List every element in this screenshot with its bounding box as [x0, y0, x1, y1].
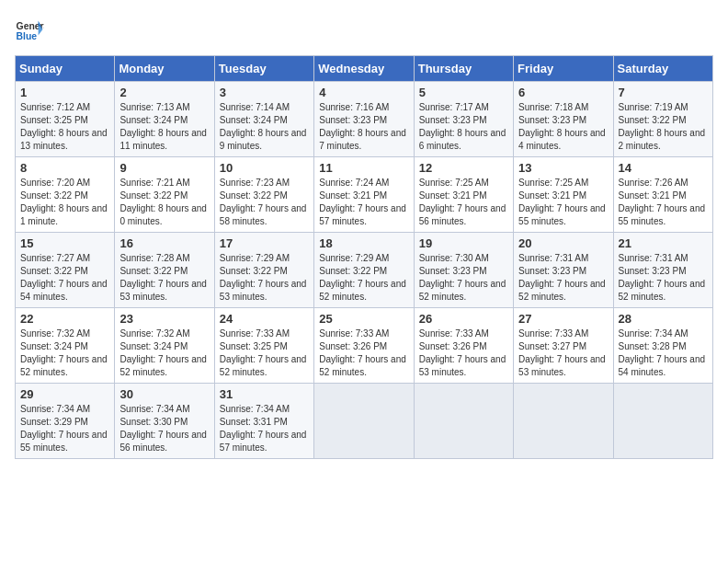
day-number: 31 — [220, 387, 309, 401]
calendar-day-cell — [514, 384, 613, 459]
day-info: Sunrise: 7:33 AM Sunset: 3:25 PM Dayligh… — [220, 327, 309, 379]
daylight-hours: Daylight: 7 hours and 53 minutes. — [518, 354, 606, 377]
sunrise-time: Sunrise: 7:25 AM — [419, 178, 489, 188]
daylight-hours: Daylight: 7 hours and 53 minutes. — [119, 279, 207, 302]
daylight-hours: Daylight: 7 hours and 52 minutes. — [619, 279, 706, 302]
sunrise-time: Sunrise: 7:33 AM — [419, 328, 489, 339]
sunset-time: Sunset: 3:22 PM — [319, 266, 387, 276]
sunrise-time: Sunrise: 7:25 AM — [518, 178, 588, 188]
sunrise-time: Sunrise: 7:29 AM — [220, 253, 290, 263]
sunrise-time: Sunrise: 7:34 AM — [20, 404, 90, 414]
day-number: 17 — [220, 236, 309, 250]
day-info: Sunrise: 7:26 AM Sunset: 3:21 PM Dayligh… — [619, 177, 708, 228]
daylight-hours: Daylight: 7 hours and 55 minutes. — [518, 203, 606, 226]
calendar-day-cell: 13 Sunrise: 7:25 AM Sunset: 3:21 PM Dayl… — [514, 157, 613, 233]
sunset-time: Sunset: 3:22 PM — [220, 190, 288, 201]
day-number: 19 — [419, 236, 508, 250]
day-number: 13 — [518, 161, 608, 175]
calendar-day-cell — [314, 384, 414, 459]
calendar-day-cell: 3 Sunrise: 7:14 AM Sunset: 3:24 PM Dayli… — [214, 82, 313, 157]
sunrise-time: Sunrise: 7:29 AM — [319, 253, 389, 263]
calendar-day-cell: 25 Sunrise: 7:33 AM Sunset: 3:26 PM Dayl… — [314, 308, 414, 384]
calendar-day-cell: 31 Sunrise: 7:34 AM Sunset: 3:31 PM Dayl… — [214, 384, 313, 459]
day-info: Sunrise: 7:28 AM Sunset: 3:22 PM Dayligh… — [119, 252, 209, 304]
sunrise-time: Sunrise: 7:17 AM — [419, 102, 489, 112]
day-number: 16 — [119, 236, 209, 250]
day-info: Sunrise: 7:17 AM Sunset: 3:23 PM Dayligh… — [419, 101, 508, 153]
day-number: 18 — [319, 236, 408, 250]
sunrise-time: Sunrise: 7:34 AM — [220, 404, 290, 414]
sunset-time: Sunset: 3:22 PM — [119, 190, 188, 201]
sunset-time: Sunset: 3:28 PM — [619, 341, 687, 351]
day-number: 14 — [619, 161, 708, 175]
calendar-day-cell: 22 Sunrise: 7:32 AM Sunset: 3:24 PM Dayl… — [16, 308, 115, 384]
daylight-hours: Daylight: 7 hours and 54 minutes. — [619, 354, 706, 377]
day-number: 9 — [119, 161, 209, 175]
sunset-time: Sunset: 3:25 PM — [20, 115, 88, 125]
sunset-time: Sunset: 3:21 PM — [518, 190, 586, 201]
sunrise-time: Sunrise: 7:28 AM — [119, 253, 189, 263]
day-number: 11 — [319, 161, 408, 175]
day-number: 5 — [419, 86, 508, 99]
calendar-day-cell: 7 Sunrise: 7:19 AM Sunset: 3:22 PM Dayli… — [613, 82, 712, 157]
sunset-time: Sunset: 3:21 PM — [419, 190, 487, 201]
daylight-hours: Daylight: 8 hours and 2 minutes. — [619, 128, 706, 151]
sunset-time: Sunset: 3:26 PM — [319, 341, 387, 351]
sunrise-time: Sunrise: 7:26 AM — [619, 178, 688, 188]
day-number: 1 — [20, 86, 109, 99]
sunset-time: Sunset: 3:22 PM — [20, 266, 88, 276]
day-number: 30 — [119, 387, 209, 401]
sunrise-time: Sunrise: 7:23 AM — [220, 178, 290, 188]
calendar-day-cell: 30 Sunrise: 7:34 AM Sunset: 3:30 PM Dayl… — [115, 384, 214, 459]
daylight-hours: Daylight: 7 hours and 52 minutes. — [20, 354, 108, 377]
daylight-hours: Daylight: 7 hours and 57 minutes. — [220, 430, 307, 453]
day-info: Sunrise: 7:33 AM Sunset: 3:27 PM Dayligh… — [518, 327, 608, 379]
day-info: Sunrise: 7:14 AM Sunset: 3:24 PM Dayligh… — [220, 101, 309, 153]
calendar-day-cell: 16 Sunrise: 7:28 AM Sunset: 3:22 PM Dayl… — [115, 233, 214, 308]
daylight-hours: Daylight: 7 hours and 52 minutes. — [319, 354, 406, 377]
day-info: Sunrise: 7:19 AM Sunset: 3:22 PM Dayligh… — [619, 101, 708, 153]
sunset-time: Sunset: 3:23 PM — [419, 115, 487, 125]
day-info: Sunrise: 7:24 AM Sunset: 3:21 PM Dayligh… — [319, 177, 408, 228]
daylight-hours: Daylight: 7 hours and 53 minutes. — [419, 354, 506, 377]
day-number: 29 — [20, 387, 109, 401]
calendar-week-row: 22 Sunrise: 7:32 AM Sunset: 3:24 PM Dayl… — [16, 308, 713, 384]
daylight-hours: Daylight: 7 hours and 58 minutes. — [220, 203, 307, 226]
calendar-day-cell: 26 Sunrise: 7:33 AM Sunset: 3:26 PM Dayl… — [414, 308, 513, 384]
logo: General Blue — [15, 15, 44, 44]
sunrise-time: Sunrise: 7:12 AM — [20, 102, 90, 112]
calendar-day-cell: 5 Sunrise: 7:17 AM Sunset: 3:23 PM Dayli… — [414, 82, 513, 157]
sunset-time: Sunset: 3:22 PM — [119, 266, 188, 276]
calendar-day-cell: 11 Sunrise: 7:24 AM Sunset: 3:21 PM Dayl… — [314, 157, 414, 233]
sunrise-time: Sunrise: 7:33 AM — [220, 328, 290, 339]
calendar-day-cell: 8 Sunrise: 7:20 AM Sunset: 3:22 PM Dayli… — [16, 157, 115, 233]
sunset-time: Sunset: 3:23 PM — [518, 115, 586, 125]
day-number: 22 — [20, 312, 109, 326]
day-info: Sunrise: 7:21 AM Sunset: 3:22 PM Dayligh… — [119, 177, 209, 228]
daylight-hours: Daylight: 7 hours and 54 minutes. — [20, 279, 108, 302]
day-number: 7 — [619, 86, 708, 99]
daylight-hours: Daylight: 7 hours and 57 minutes. — [319, 203, 406, 226]
sunrise-time: Sunrise: 7:33 AM — [518, 328, 588, 339]
daylight-hours: Daylight: 8 hours and 4 minutes. — [518, 128, 606, 151]
calendar-day-cell: 15 Sunrise: 7:27 AM Sunset: 3:22 PM Dayl… — [16, 233, 115, 308]
day-info: Sunrise: 7:13 AM Sunset: 3:24 PM Dayligh… — [119, 101, 209, 153]
day-number: 6 — [518, 86, 608, 99]
daylight-hours: Daylight: 8 hours and 1 minute. — [20, 203, 108, 226]
daylight-hours: Daylight: 8 hours and 6 minutes. — [419, 128, 506, 151]
calendar-day-cell — [613, 384, 712, 459]
day-info: Sunrise: 7:31 AM Sunset: 3:23 PM Dayligh… — [518, 252, 608, 304]
page-header: General Blue — [15, 15, 713, 44]
daylight-hours: Daylight: 7 hours and 52 minutes. — [220, 354, 307, 377]
sunrise-time: Sunrise: 7:18 AM — [518, 102, 588, 112]
calendar-week-row: 8 Sunrise: 7:20 AM Sunset: 3:22 PM Dayli… — [16, 157, 713, 233]
daylight-hours: Daylight: 7 hours and 53 minutes. — [220, 279, 307, 302]
calendar-day-cell — [414, 384, 513, 459]
sunset-time: Sunset: 3:22 PM — [20, 190, 88, 201]
day-number: 21 — [619, 236, 708, 250]
sunrise-time: Sunrise: 7:19 AM — [619, 102, 688, 112]
sunset-time: Sunset: 3:23 PM — [419, 266, 487, 276]
day-info: Sunrise: 7:29 AM Sunset: 3:22 PM Dayligh… — [220, 252, 309, 304]
sunset-time: Sunset: 3:24 PM — [119, 115, 188, 125]
sunset-time: Sunset: 3:26 PM — [419, 341, 487, 351]
